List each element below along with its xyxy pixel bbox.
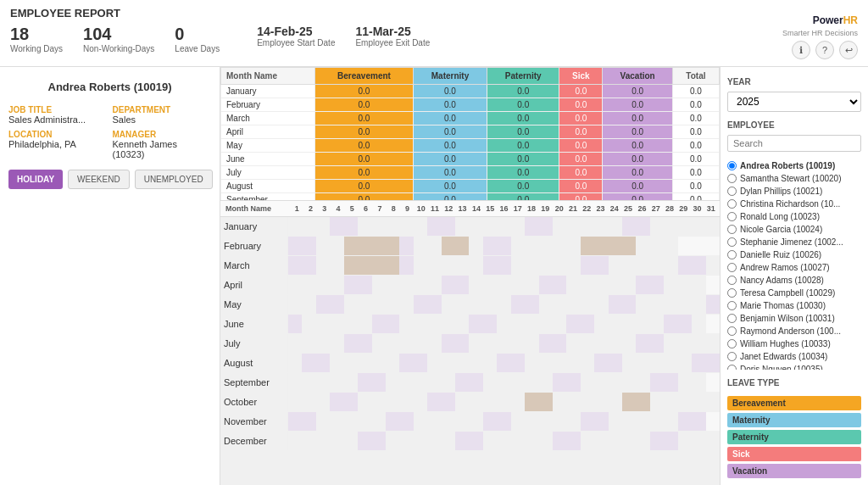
calendar-month-cell: May bbox=[220, 295, 288, 314]
calendar-day-cell bbox=[316, 295, 330, 314]
calendar-day-cell bbox=[386, 276, 399, 294]
calendar-row: September bbox=[220, 373, 720, 393]
calendar-day-cell bbox=[414, 276, 427, 294]
holiday-button[interactable]: HOLIDAY bbox=[8, 170, 63, 189]
list-item[interactable]: Andrea Roberts (10019) bbox=[727, 160, 861, 171]
calendar-day-cell bbox=[581, 276, 594, 294]
list-item[interactable]: William Hughes (10033) bbox=[727, 338, 861, 349]
calendar-day-cell bbox=[414, 315, 427, 333]
calendar-day-cell bbox=[609, 393, 622, 411]
list-item[interactable]: Raymond Anderson (100... bbox=[727, 326, 861, 337]
info-icon[interactable]: ℹ bbox=[792, 41, 810, 59]
calendar-day-cell bbox=[609, 295, 622, 314]
employee-name-label: William Hughes (10033) bbox=[740, 339, 831, 348]
total-cell: 0.0 bbox=[672, 193, 719, 201]
working-days-value: 18 bbox=[10, 25, 63, 44]
help-icon[interactable]: ? bbox=[815, 41, 834, 59]
cal-day-header-25: 25 bbox=[621, 204, 635, 213]
list-item[interactable]: Benjamin Wilson (10031) bbox=[727, 313, 861, 324]
weekend-button[interactable]: WEEKEND bbox=[68, 170, 130, 189]
calendar-day-cell bbox=[427, 354, 441, 372]
employee-radio[interactable] bbox=[727, 199, 737, 209]
employee-radio[interactable] bbox=[727, 237, 737, 247]
exit-date-item: 11-Mar-25 Employee Exit Date bbox=[355, 25, 430, 53]
calendar-day-cell bbox=[678, 256, 692, 275]
calendar-day-cell bbox=[344, 315, 358, 333]
calendar-day-cell bbox=[706, 237, 720, 255]
year-select[interactable]: 2025 2024 2023 bbox=[727, 92, 861, 112]
calendar-day-cell bbox=[581, 373, 594, 392]
list-item[interactable]: Marie Thomas (10030) bbox=[727, 300, 861, 311]
employee-radio[interactable] bbox=[727, 263, 737, 272]
sick-cell: 0.0 bbox=[559, 112, 603, 125]
calendar-day-cell bbox=[706, 256, 720, 275]
employee-radio[interactable] bbox=[727, 339, 737, 348]
calendar-day-cell bbox=[609, 315, 622, 333]
list-item[interactable]: Teresa Campbell (10029) bbox=[727, 287, 861, 298]
calendar-day-cell bbox=[594, 412, 608, 431]
employee-radio[interactable] bbox=[727, 174, 737, 183]
calendar-day-cell bbox=[372, 315, 386, 333]
employee-radio[interactable] bbox=[727, 301, 737, 310]
calendar-day-cell bbox=[302, 276, 315, 294]
sick-cell: 0.0 bbox=[559, 166, 603, 180]
maternity-cell: 0.0 bbox=[413, 180, 487, 193]
list-item[interactable]: Christina Richardson (10... bbox=[727, 198, 861, 209]
list-item[interactable]: Samantha Stewart (10020) bbox=[727, 173, 861, 184]
calendar-day-cell bbox=[581, 295, 594, 314]
employee-radio[interactable] bbox=[727, 276, 737, 285]
calendar-day-cell bbox=[566, 412, 580, 431]
employee-radio[interactable] bbox=[727, 314, 737, 323]
calendar-day-cell bbox=[288, 237, 302, 255]
employee-search-input[interactable] bbox=[727, 135, 861, 152]
calendar-day-cell bbox=[511, 315, 525, 333]
calendar-day-cell bbox=[525, 315, 538, 333]
calendar-day-cell bbox=[511, 276, 525, 294]
cal-day-header-8: 8 bbox=[387, 204, 400, 213]
list-item[interactable]: Stephanie Jimenez (1002... bbox=[727, 237, 861, 248]
action-buttons: HOLIDAY WEEKEND UNEMPLOYED bbox=[8, 170, 211, 189]
bereavement-cell: 0.0 bbox=[315, 180, 414, 193]
employee-radio[interactable] bbox=[727, 352, 737, 361]
calendar-day-cell bbox=[344, 295, 358, 314]
table-row: June 0.0 0.0 0.0 0.0 0.0 0.0 bbox=[221, 153, 720, 166]
calendar-day-cell bbox=[288, 334, 302, 353]
employee-radio[interactable] bbox=[727, 225, 737, 234]
employee-radio[interactable] bbox=[727, 365, 737, 370]
employee-radio[interactable] bbox=[727, 187, 737, 196]
employee-radio[interactable] bbox=[727, 288, 737, 298]
calendar-day-cell bbox=[344, 217, 358, 236]
calendar-day-cell bbox=[539, 295, 553, 314]
employee-radio[interactable] bbox=[727, 212, 737, 221]
employee-radio[interactable] bbox=[727, 161, 737, 170]
table-row: July 0.0 0.0 0.0 0.0 0.0 0.0 bbox=[221, 166, 720, 180]
list-item[interactable]: Nancy Adams (10028) bbox=[727, 275, 861, 286]
table-row: May 0.0 0.0 0.0 0.0 0.0 0.0 bbox=[221, 139, 720, 153]
list-item[interactable]: Dylan Phillips (10021) bbox=[727, 186, 861, 197]
list-item[interactable]: Danielle Ruiz (10026) bbox=[727, 249, 861, 260]
unemployed-button[interactable]: UNEMPLOYED bbox=[135, 170, 213, 189]
list-item[interactable]: Andrew Ramos (10027) bbox=[727, 262, 861, 273]
employee-radio[interactable] bbox=[727, 326, 737, 336]
calendar-day-cell bbox=[455, 276, 469, 294]
cal-day-header-22: 22 bbox=[580, 204, 593, 213]
vacation-cell: 0.0 bbox=[603, 180, 672, 193]
calendar-row: July bbox=[220, 334, 720, 354]
calendar-day-cell bbox=[553, 237, 566, 255]
calendar-day-cell bbox=[330, 334, 343, 353]
list-item[interactable]: Nicole Garcia (10024) bbox=[727, 224, 861, 235]
list-item[interactable]: Janet Edwards (10034) bbox=[727, 351, 861, 362]
calendar-row: November bbox=[220, 412, 720, 432]
employee-radio[interactable] bbox=[727, 250, 737, 259]
job-title-value: Sales Administra... bbox=[8, 114, 108, 125]
calendar-day-cell bbox=[581, 315, 594, 333]
list-item[interactable]: Ronald Long (10023) bbox=[727, 211, 861, 222]
calendar-day-cell bbox=[678, 334, 692, 353]
calendar-day-cell bbox=[650, 256, 664, 275]
list-item[interactable]: Doris Nguyen (10035) bbox=[727, 364, 861, 370]
total-cell: 0.0 bbox=[672, 166, 719, 180]
back-icon[interactable]: ↩ bbox=[839, 41, 858, 59]
calendar-month-cell: July bbox=[220, 334, 288, 353]
exit-date-label: Employee Exit Date bbox=[355, 38, 430, 47]
calendar-day-cell bbox=[427, 432, 441, 450]
